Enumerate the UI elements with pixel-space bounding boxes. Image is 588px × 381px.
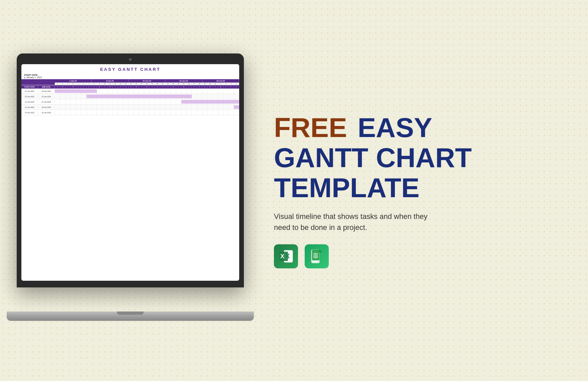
grid-cell: [70, 94, 76, 99]
grid-cell: [123, 110, 129, 115]
grid-cell: [81, 99, 87, 104]
grid-cell: [65, 94, 71, 99]
task-timeline: [55, 89, 239, 94]
grid-cell: [229, 110, 234, 115]
grid-cell: [108, 99, 113, 104]
grid-cell: [218, 94, 224, 99]
dn-17: T: [139, 85, 144, 89]
grid-cell: [224, 89, 229, 94]
grid-cell: [213, 110, 218, 115]
grid-cell: [65, 110, 71, 115]
grid-cell: [134, 110, 139, 115]
grid-cell: [176, 99, 181, 104]
laptop-body: EASY GANTT CHART START DATE: y, January …: [17, 53, 244, 287]
grid-cell: [213, 94, 218, 99]
grid-cell: [144, 99, 150, 104]
grid-cell: [234, 89, 239, 94]
grid-cell: [139, 110, 144, 115]
day-4: 4: [70, 83, 76, 85]
dn-6: F: [81, 85, 87, 89]
day-6: 6: [81, 83, 87, 85]
month-header-row: 1-Jan-23 8-Jan-23 15-Jan-23 22-Jan-23 29…: [21, 79, 239, 83]
dn-9: M: [97, 85, 102, 89]
day-23: 23: [171, 83, 176, 85]
grid-cell: [65, 99, 71, 104]
laptop-base: [7, 311, 254, 321]
grid-cell: [139, 105, 144, 110]
grid-cell: [165, 110, 171, 115]
month-2: 8-Jan-23: [92, 79, 128, 83]
grid-cell: [55, 105, 60, 110]
grid-cell: [155, 110, 160, 115]
dn-10: T: [102, 85, 108, 89]
grid-cell: [176, 89, 181, 94]
dn-29: S: [202, 85, 207, 89]
table-row: 01-Jan-202303-Jan-2023: [21, 89, 239, 94]
grid-cell: [76, 105, 81, 110]
dn-4: W: [70, 85, 76, 89]
grid-cell: [97, 99, 102, 104]
day-11: 11: [108, 83, 113, 85]
grid-cell: [97, 89, 102, 94]
svg-text:X: X: [280, 253, 284, 260]
dn-28: S: [197, 85, 202, 89]
grid-cell: [207, 110, 213, 115]
grid-cell: [213, 89, 218, 94]
grid-cell: [76, 99, 81, 104]
dn-32: W: [218, 85, 224, 89]
grid-cell: [92, 99, 97, 104]
day-26: 26: [186, 83, 192, 85]
grid-cell: [186, 105, 192, 110]
dn-3: T: [65, 85, 71, 89]
col-end-date: END DATE: [38, 85, 55, 89]
grid-cell: [224, 110, 229, 115]
grid-cell: [55, 110, 60, 115]
grid-cell: [92, 105, 97, 110]
grid-cell: [102, 89, 108, 94]
grid-cell: [181, 89, 187, 94]
dn-26: T: [186, 85, 192, 89]
tasks-col-days: [21, 83, 55, 85]
grid-cell: [129, 89, 134, 94]
grid-cell: [76, 110, 81, 115]
dn-22: S: [165, 85, 171, 89]
excel-icon[interactable]: X X: [274, 244, 298, 268]
gantt-chart-title: EASY GANTT CHART: [21, 67, 239, 72]
month-1: 1-Jan-23: [55, 79, 92, 83]
task-start-date: 12-Jan-2023: [21, 101, 38, 103]
day-7: 7: [87, 83, 92, 85]
laptop-hinge: [117, 311, 144, 315]
task-timeline: [55, 94, 239, 99]
grid-cell: [197, 110, 202, 115]
gantt-bar: [87, 95, 192, 98]
grid-cell: [87, 110, 92, 115]
grid-cell: [102, 110, 108, 115]
grid-cell: [229, 89, 234, 94]
dn-27: F: [192, 85, 197, 89]
day-16: 16: [134, 83, 139, 85]
grid-cell: [134, 105, 139, 110]
grid-cell: [171, 99, 176, 104]
grid-cell: [60, 94, 65, 99]
grid-cell: [129, 105, 134, 110]
headline-gantt: GANTT CHART: [274, 143, 561, 173]
grid-cell: [123, 89, 129, 94]
dn-21: S: [160, 85, 165, 89]
grid-cell: [207, 105, 213, 110]
grid-cell: [129, 99, 134, 104]
grid-cell: [118, 89, 123, 94]
dn-18: W: [144, 85, 150, 89]
day-25: 25: [181, 83, 186, 85]
grid-cell: [181, 110, 187, 115]
day-15: 15: [129, 83, 134, 85]
day-24: 24: [176, 83, 181, 85]
sheets-icon[interactable]: [305, 244, 329, 268]
grid-cell: [197, 89, 202, 94]
grid-cell: [160, 110, 165, 115]
dn-5: T: [76, 85, 81, 89]
grid-cell: [134, 99, 139, 104]
grid-cell: [118, 105, 123, 110]
dn-31: T: [213, 85, 218, 89]
dn-13: F: [118, 85, 123, 89]
day-10: 10: [102, 83, 108, 85]
